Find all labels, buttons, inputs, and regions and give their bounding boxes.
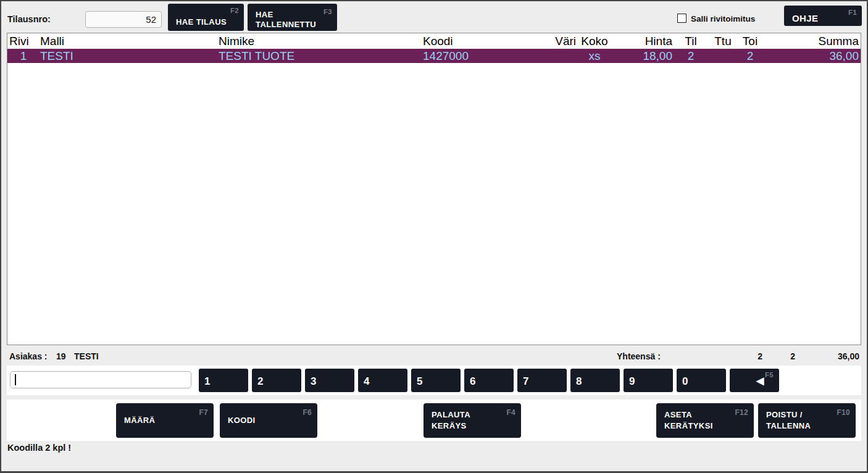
fkey-badge: F12	[735, 407, 748, 418]
total-ordered-qty: 2	[727, 351, 762, 361]
poistu-tallenna-button[interactable]: POISTU /TALLENNAF10	[758, 403, 856, 438]
code-entry-input[interactable]	[10, 371, 191, 388]
table-header-cell: Rivi	[7, 33, 40, 49]
numeric-key-6[interactable]: 6	[464, 369, 514, 392]
table-header-cell: Til	[672, 33, 709, 49]
maara-button[interactable]: MÄÄRÄF7	[116, 403, 214, 438]
table-cell: 2	[737, 49, 764, 63]
table-header-cell: Toi	[737, 33, 764, 49]
fkey-badge: F5	[765, 371, 774, 379]
order-number-input[interactable]	[85, 11, 162, 28]
customer-name: TESTI	[74, 351, 99, 361]
customer-label: Asiakas :	[9, 351, 47, 361]
fkey-badge: F4	[506, 407, 515, 418]
text-caret	[15, 374, 16, 385]
numeric-key-5[interactable]: 5	[411, 369, 461, 392]
table-cell	[709, 49, 737, 63]
fkey-badge: F10	[837, 407, 850, 418]
fkey-badge: F2	[230, 7, 239, 14]
numeric-key-9[interactable]: 9	[624, 369, 673, 392]
app-window: Tilausnro: HAE TILAUS F2 HAE TALLENNETTU…	[0, 0, 868, 473]
keypad-panel: 1234567890 ◀ F5	[7, 366, 861, 395]
total-sum: 36,00	[804, 351, 859, 361]
fetch-order-label: HAE TILAUS	[176, 17, 227, 27]
fkey-badge: F7	[199, 407, 208, 418]
fetch-saved-label-line2: TALLENNETTU	[256, 20, 316, 29]
palauta-kerays-button[interactable]: PALAUTAKERÄYSF4	[424, 403, 521, 438]
table-header-cell: Summa	[764, 33, 861, 49]
table-cell: 18,00	[613, 49, 672, 63]
help-button[interactable]: OHJE F1	[784, 6, 862, 26]
aseta-keratyksi-button[interactable]: ASETAKERÄTYKSIF12	[656, 403, 754, 438]
status-message: Koodilla 2 kpl !	[7, 443, 71, 453]
table-cell: 2	[672, 49, 709, 63]
poistu-tallenna-label: TALLENNA	[766, 421, 856, 432]
table-body: 1TESTITESTI TUOTE1427000xs18,002236,00	[7, 49, 861, 63]
table-header-cell: Koodi	[422, 33, 553, 49]
customer-number: 19	[56, 351, 66, 361]
allow-line-delivery-label: Salli rivitoimitus	[691, 14, 755, 23]
table-header-cell: Ttu	[709, 33, 737, 49]
allow-line-delivery-checkbox[interactable]	[677, 14, 686, 23]
table-cell: 1	[7, 49, 40, 63]
numeric-key-4[interactable]: 4	[358, 369, 407, 392]
palauta-kerays-label: KERÄYS	[432, 421, 521, 432]
table-header-cell: Koko	[576, 33, 613, 49]
fetch-order-button[interactable]: HAE TILAUS F2	[168, 4, 244, 31]
table-cell: xs	[576, 49, 613, 63]
total-label: Yhteensä :	[617, 351, 661, 361]
numeric-key-3[interactable]: 3	[305, 369, 354, 392]
table-cell: TESTI	[40, 49, 218, 63]
numeric-key-8[interactable]: 8	[570, 369, 620, 392]
table-header-cell: Väri	[553, 33, 576, 49]
backspace-icon: ◀	[756, 375, 764, 387]
fkey-badge: F1	[848, 9, 857, 16]
table-header-cell: Nimike	[218, 33, 422, 49]
help-label: OHJE	[792, 13, 818, 23]
table-header-cell: Malli	[40, 33, 218, 49]
numeric-key-7[interactable]: 7	[517, 369, 567, 392]
table-cell: 36,00	[764, 49, 861, 63]
koodi-button[interactable]: KOODIF6	[220, 403, 317, 438]
table-cell: 1427000	[422, 49, 553, 63]
backspace-button[interactable]: ◀ F5	[730, 369, 779, 392]
function-button-panel: MÄÄRÄF7KOODIF6PALAUTAKERÄYSF4ASETAKERÄTY…	[7, 400, 861, 441]
table-header-cell: Hinta	[613, 33, 672, 49]
table-cell: TESTI TUOTE	[218, 49, 422, 63]
table-row[interactable]: 1TESTITESTI TUOTE1427000xs18,002236,00	[7, 49, 861, 63]
fkey-badge: F3	[323, 7, 332, 17]
order-number-label: Tilausnro:	[7, 14, 51, 24]
aseta-keratyksi-label: KERÄTYKSI	[664, 421, 754, 432]
total-delivered-qty: 2	[759, 351, 795, 361]
table-header-row: RiviMalliNimikeKoodiVäriKokoHintaTilTtuT…	[7, 33, 861, 49]
fetch-saved-label-line1: HAE	[256, 10, 273, 19]
fetch-saved-button[interactable]: HAE TALLENNETTU F3	[248, 4, 337, 31]
table-cell	[553, 49, 576, 63]
numeric-key-0[interactable]: 0	[677, 369, 726, 392]
order-lines-table: RiviMalliNimikeKoodiVäriKokoHintaTilTtuT…	[7, 33, 861, 345]
numeric-key-2[interactable]: 2	[252, 369, 301, 392]
fkey-badge: F6	[303, 407, 312, 418]
numeric-key-1[interactable]: 1	[199, 369, 248, 392]
